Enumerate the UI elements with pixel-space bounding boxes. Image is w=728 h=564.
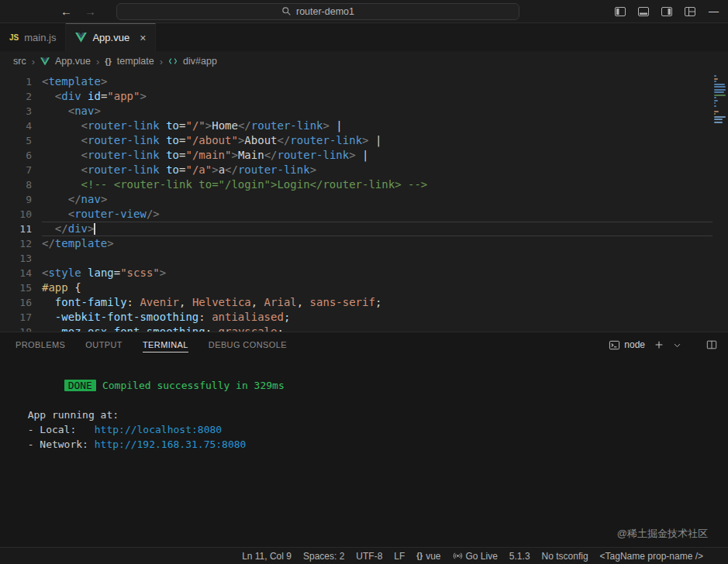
watermark: @稀土掘金技术社区 [617, 527, 708, 541]
status-bar: Ln 11, Col 9 Spaces: 2 UTF-8 LF {} vue G… [0, 547, 728, 564]
terminal-profile-dropdown[interactable] [673, 341, 681, 349]
code-text: font-family: Avenir, Helvetica, Arial, s… [42, 295, 381, 310]
toggle-primary-sidebar-button[interactable] [614, 5, 626, 18]
network-url-link[interactable]: http://192.168.31.75:8080 [95, 438, 247, 450]
done-badge: DONE [64, 380, 96, 391]
braces-icon: {} [105, 57, 112, 66]
tab-main-js[interactable]: JS main.js [0, 23, 66, 51]
code-line[interactable]: 4 <router-link to="/">Home</router-link>… [0, 119, 728, 133]
code-line[interactable]: 16 font-family: Avenir, Helvetica, Arial… [0, 295, 728, 310]
tab-debug-console[interactable]: DEBUG CONSOLE [209, 332, 287, 357]
code-line[interactable]: 14<style lang="scss"> [0, 266, 728, 280]
app-running-text: App running at: [16, 409, 119, 421]
terminal-output[interactable]: DONECompiled successfully in 329ms App r… [0, 357, 728, 547]
line-number: 14 [0, 266, 42, 280]
line-number: 2 [0, 89, 42, 104]
code-text: </nav> [42, 192, 107, 207]
line-number: 7 [0, 163, 42, 177]
minimap-line [714, 105, 716, 107]
panel-header: PROBLEMS OUTPUT TERMINAL DEBUG CONSOLE n… [0, 332, 728, 357]
line-number: 5 [0, 133, 42, 148]
code-line[interactable]: 10 <router-view/> [0, 207, 728, 222]
code-line[interactable]: 17 -webkit-font-smoothing: antialiased; [0, 310, 728, 325]
back-arrow-icon[interactable]: ← [60, 5, 72, 18]
code-line[interactable]: 3 <nav> [0, 104, 728, 119]
terminal-line: - Local: http://localhost:8080 [16, 422, 728, 437]
status-cursor-position[interactable]: Ln 11, Col 9 [242, 551, 292, 562]
braces-icon: {} [416, 552, 423, 560]
code-line[interactable]: 8 <!-- <router-link to="/login">Login</r… [0, 177, 728, 192]
toggle-secondary-sidebar-button[interactable] [661, 5, 673, 18]
code-text: #app { [42, 280, 81, 295]
status-tag-template[interactable]: <TagName prop-name /> [600, 551, 703, 562]
breadcrumb-app-vue[interactable]: App.vue [55, 56, 91, 67]
status-version[interactable]: 5.1.3 [509, 551, 530, 562]
element-symbol-icon [168, 57, 178, 66]
breadcrumb-div-app[interactable]: div#app [183, 56, 217, 67]
status-language-mode[interactable]: {} vue [416, 551, 440, 562]
toggle-panel-button[interactable] [637, 5, 650, 18]
shell-label: node [624, 339, 645, 350]
language-label: vue [426, 551, 440, 562]
bottom-panel: PROBLEMS OUTPUT TERMINAL DEBUG CONSOLE n… [0, 332, 728, 547]
minimize-button[interactable]: — [709, 5, 719, 17]
tab-terminal[interactable]: TERMINAL [143, 332, 188, 357]
breadcrumb-src[interactable]: src [13, 56, 26, 67]
minimap[interactable] [714, 75, 726, 124]
code-text: <router-link to="/about">About</router-l… [42, 133, 381, 148]
code-text: </template> [42, 236, 114, 251]
line-number: 6 [0, 148, 42, 163]
status-tsconfig[interactable]: No tsconfig [542, 551, 588, 562]
editor[interactable]: 1<template>2 <div id="app">3 <nav>4 <rou… [0, 71, 728, 332]
local-url-link[interactable]: http://localhost:8080 [95, 424, 222, 435]
terminal-line [16, 393, 728, 408]
status-eol[interactable]: LF [394, 551, 405, 562]
split-terminal-button[interactable] [706, 339, 717, 350]
line-number: 3 [0, 104, 42, 119]
customize-layout-button[interactable] [684, 5, 696, 18]
line-number: 1 [0, 74, 42, 89]
shell-selector[interactable]: node [609, 339, 645, 351]
code-text: <router-link to="/">Home</router-link> | [42, 119, 343, 133]
code-line[interactable]: 9 </nav> [0, 192, 728, 207]
code-text: <router-link to="/main">Main</router-lin… [42, 148, 369, 163]
code-line[interactable]: 7 <router-link to="/a">a</router-link> [0, 163, 728, 177]
code-text: <nav> [42, 104, 101, 119]
code-line[interactable]: 11 </div> [0, 222, 728, 236]
code-lines: 1<template>2 <div id="app">3 <nav>4 <rou… [0, 71, 728, 332]
code-line[interactable]: 1<template> [0, 74, 728, 89]
status-encoding[interactable]: UTF-8 [356, 551, 382, 562]
status-indentation[interactable]: Spaces: 2 [303, 551, 344, 562]
minimap-line [714, 116, 726, 118]
code-line[interactable]: 5 <router-link to="/about">About</router… [0, 133, 728, 148]
status-go-live[interactable]: Go Live [453, 551, 498, 562]
split-panel-icon [706, 339, 717, 350]
minimap-line [714, 95, 726, 96]
code-line[interactable]: 12</template> [0, 236, 728, 251]
vue-icon [75, 33, 87, 43]
command-center-search[interactable]: router-demo1 [116, 3, 519, 20]
tab-app-vue[interactable]: App.vue × [66, 23, 156, 51]
code-line[interactable]: 18 -moz-osx-font-smoothing: grayscale; [0, 325, 728, 332]
line-number: 4 [0, 119, 42, 133]
code-text: <router-view/> [42, 207, 160, 222]
code-line[interactable]: 6 <router-link to="/main">Main</router-l… [0, 148, 728, 163]
minimap-line [714, 78, 718, 80]
tab-bar: JS main.js App.vue × [0, 23, 728, 51]
code-line[interactable]: 13 [0, 251, 728, 266]
code-line[interactable]: 2 <div id="app"> [0, 89, 728, 104]
line-number: 11 [0, 222, 42, 236]
history-navigation: ← → [60, 5, 96, 18]
code-text: -moz-osx-font-smoothing: grayscale; [42, 325, 284, 332]
tab-problems[interactable]: PROBLEMS [16, 332, 65, 357]
vscode-window: ← → router-demo1 — JS main.j [0, 0, 728, 564]
forward-arrow-icon[interactable]: → [85, 5, 96, 18]
breadcrumb-template[interactable]: template [117, 56, 154, 67]
code-line[interactable]: 15#app { [0, 280, 728, 295]
new-terminal-button[interactable] [654, 339, 664, 350]
close-icon[interactable]: × [140, 32, 146, 44]
code-text: <template> [42, 74, 107, 89]
network-label: - Network: [16, 438, 95, 450]
local-label: - Local: [16, 424, 95, 435]
tab-output[interactable]: OUTPUT [85, 332, 122, 357]
